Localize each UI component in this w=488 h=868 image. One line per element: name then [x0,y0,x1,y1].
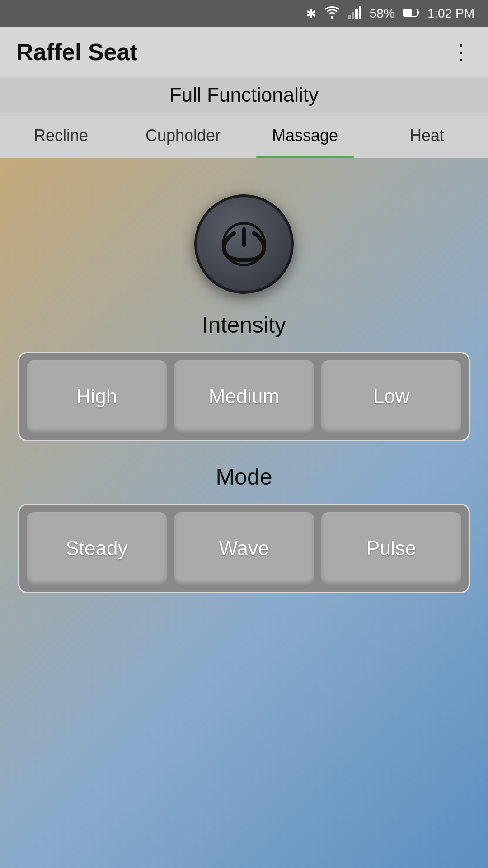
tab-massage[interactable]: Massage [244,113,366,158]
mode-pulse-button[interactable]: Pulse [321,512,461,585]
battery-percent: 58% [370,6,395,21]
svg-rect-6 [404,9,412,16]
app-bar: Raffel Seat ⋮ [0,27,488,77]
intensity-section: Intensity High Medium Low [18,312,470,441]
power-button-wrapper [194,194,294,294]
mode-steady-button[interactable]: Steady [27,512,167,585]
main-content: Intensity High Medium Low Mode Steady Wa… [0,158,488,868]
intensity-label: Intensity [202,312,286,338]
power-button[interactable] [194,194,294,294]
svg-rect-1 [348,15,351,19]
svg-rect-4 [359,6,361,19]
intensity-high-button[interactable]: High [27,360,167,433]
mode-section: Mode Steady Wave Pulse [18,464,470,593]
subtitle-text: Full Functionality [169,84,319,106]
intensity-group-container: High Medium Low [18,352,470,441]
tab-bar: Recline Cupholder Massage Heat [0,113,488,158]
app-title: Raffel Seat [16,38,138,66]
intensity-button-group: High Medium Low [27,360,461,433]
time-display: 1:02 PM [427,6,474,21]
svg-point-0 [331,16,333,19]
status-bar: ✱ 58% 1:02 PM [0,0,488,27]
mode-group-container: Steady Wave Pulse [18,504,470,593]
svg-rect-7 [417,11,419,14]
tab-recline[interactable]: Recline [0,113,122,158]
more-options-icon[interactable]: ⋮ [450,39,472,65]
battery-icon [403,6,419,21]
mode-button-group: Steady Wave Pulse [27,512,461,585]
mode-label: Mode [216,464,272,490]
mode-wave-button[interactable]: Wave [174,512,314,585]
intensity-low-button[interactable]: Low [321,360,461,433]
tab-heat[interactable]: Heat [366,113,488,158]
tab-cupholder[interactable]: Cupholder [122,113,244,158]
wifi-icon [324,6,340,22]
svg-rect-2 [352,12,354,19]
signal-icon [348,6,361,22]
subtitle-bar: Full Functionality [0,77,488,113]
intensity-medium-button[interactable]: Medium [174,360,314,433]
svg-rect-3 [355,9,358,19]
bluetooth-icon: ✱ [306,6,316,21]
